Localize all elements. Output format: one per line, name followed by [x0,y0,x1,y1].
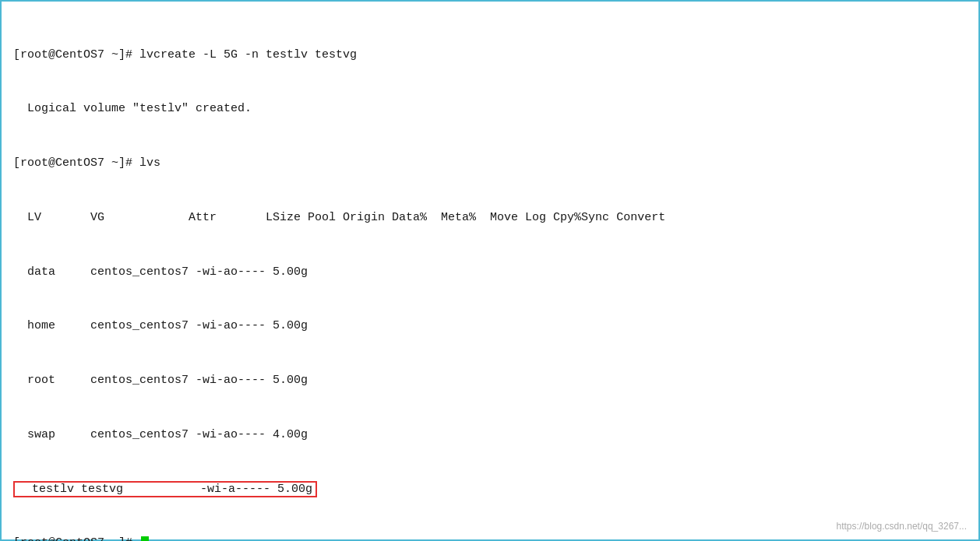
terminal-cursor [141,536,149,541]
output-line-1: Logical volume "testlv" created. [13,100,967,118]
lv-row-testlv: testlv testvg -wi-a----- 5.00g [13,480,967,498]
lv-row-home: home centos_centos7 -wi-ao---- 5.00g [13,317,967,335]
lv-row-swap: swap centos_centos7 -wi-ao---- 4.00g [13,426,967,444]
command-line-3: [root@CentOS7 ~]# [13,534,967,541]
command-line-2: [root@CentOS7 ~]# lvs [13,154,967,172]
terminal-window: [root@CentOS7 ~]# lvcreate -L 5G -n test… [0,0,980,541]
terminal-content: [root@CentOS7 ~]# lvcreate -L 5G -n test… [13,9,967,541]
command-line-1: [root@CentOS7 ~]# lvcreate -L 5G -n test… [13,46,967,64]
lv-row-root: root centos_centos7 -wi-ao---- 5.00g [13,371,967,389]
lv-row-data: data centos_centos7 -wi-ao---- 5.00g [13,263,967,281]
watermark: https://blog.csdn.net/qq_3267... [837,521,967,532]
lvs-header: LV VG Attr LSize Pool Origin Data% Meta%… [13,209,967,227]
